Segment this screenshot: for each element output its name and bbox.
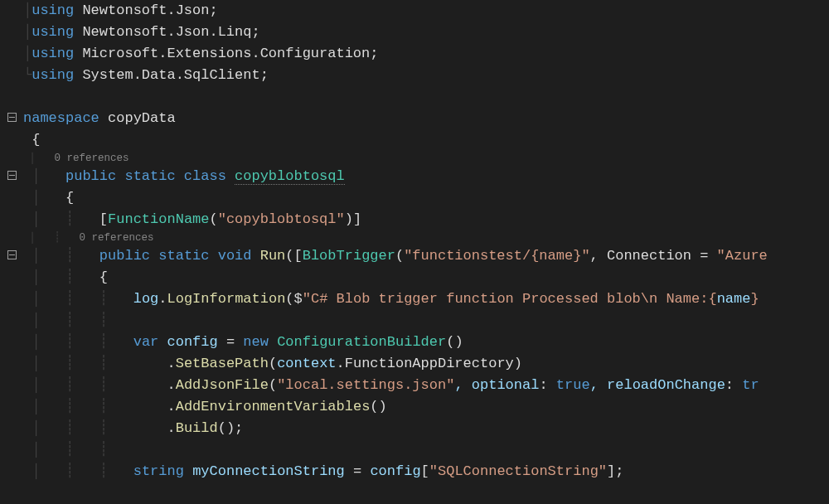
code-line[interactable]: │ ┊ ┊ .SetBasePath(context.FunctionAppDi… (0, 353, 829, 375)
dot: . (158, 291, 167, 307)
using-target: Microsoft.Extensions.Configuration; (74, 46, 378, 61)
method-call: AddJsonFile (176, 377, 269, 393)
codelens-references[interactable]: │ ┊ 0 references (0, 230, 829, 245)
method-call: Build (176, 420, 218, 436)
class-name: copyblobtosql (235, 168, 345, 185)
gutter[interactable] (0, 108, 23, 129)
brace: { (99, 269, 108, 285)
codelens-references[interactable]: │ 0 references (0, 151, 829, 166)
code-line[interactable]: │ ┊ { (0, 267, 829, 288)
code-line[interactable]: │ ┊ ┊ .AddJsonFile("local.settings.json"… (0, 375, 829, 396)
keyword-string: string (133, 463, 184, 479)
string-literal: "Azure (717, 248, 768, 264)
param: , Connection = (590, 248, 717, 264)
keyword-namespace: namespace (23, 110, 99, 126)
keyword-true: tr (742, 377, 759, 393)
method-modifiers: public static void (99, 248, 260, 264)
code-line[interactable]: │ ┊ ┊ .Build(); (0, 418, 829, 439)
code-line[interactable]: namespace copyData (0, 108, 829, 129)
property: FunctionAppDirectory (345, 356, 514, 371)
method-call: AddEnvironmentVariables (176, 399, 371, 414)
keyword-using: using (32, 46, 74, 61)
code-line[interactable]: │ ┊ ┊ string myConnectionString = config… (0, 461, 829, 482)
gutter[interactable] (0, 245, 23, 267)
code-line[interactable]: │ { (0, 187, 829, 209)
named-param: , optional (454, 377, 539, 393)
code-line[interactable]: │ ┊ public static void Run([BlobTrigger(… (0, 245, 829, 267)
string-literal: "local.settings.json" (277, 377, 454, 393)
string-literal: } (750, 291, 767, 307)
string-literal: "SQLConnectionString" (429, 463, 607, 479)
code-line[interactable]: │ ┊ ┊ var config = new ConfigurationBuil… (0, 332, 829, 353)
variable: config (167, 334, 218, 350)
attr-bracket: )] (345, 211, 361, 227)
method-call: LogInformation (167, 291, 286, 307)
keyword-new: new (243, 334, 269, 350)
code-line[interactable]: { (0, 129, 829, 151)
fold-toggle-icon[interactable] (7, 250, 17, 259)
code-line[interactable]: │using Microsoft.Extensions.Configuratio… (0, 43, 829, 65)
code-line[interactable]: │using Newtonsoft.Json; (0, 0, 829, 22)
references-count[interactable]: 0 references (55, 153, 129, 164)
method-call: SetBasePath (176, 356, 269, 371)
fold-toggle-icon[interactable] (7, 171, 17, 180)
string-literal: "functionstest/{name}" (404, 248, 589, 264)
gutter[interactable] (0, 166, 23, 187)
brace: { (65, 190, 74, 206)
type-name: ConfigurationBuilder (277, 334, 446, 350)
variable: config (370, 463, 420, 479)
named-param: , reloadOnChange (590, 377, 725, 393)
interpolated-var: name (717, 291, 751, 307)
code-line[interactable] (0, 86, 829, 108)
code-line[interactable]: │using Newtonsoft.Json.Linq; (0, 22, 829, 43)
variable: myConnectionString (192, 463, 345, 479)
code-line[interactable]: └using System.Data.SqlClient; (0, 65, 829, 86)
code-line[interactable]: │ ┊ ┊ (0, 310, 829, 332)
fold-toggle-icon[interactable] (7, 113, 17, 122)
paren: ( (395, 248, 404, 264)
paren: ( (209, 211, 217, 227)
code-line[interactable]: │ ┊ [FunctionName("copyblobtosql")] (0, 209, 829, 230)
string-literal: "C# Blob trigger function Processed blob… (303, 291, 717, 307)
keyword-using: using (32, 67, 74, 83)
attribute-name: FunctionName (108, 211, 209, 227)
code-line[interactable]: │ ┊ ┊ log.LogInformation($"C# Blob trigg… (0, 288, 829, 310)
using-target: System.Data.SqlClient; (74, 67, 269, 83)
keyword-var: var (133, 334, 159, 350)
class-modifiers: public static class (65, 168, 235, 184)
using-target: Newtonsoft.Json.Linq; (74, 24, 259, 40)
code-line[interactable]: │ public static class copyblobtosql (0, 166, 829, 187)
brace: { (32, 132, 40, 148)
keyword-using: using (32, 24, 74, 40)
keyword-using: using (32, 2, 74, 18)
code-line[interactable]: │ ┊ ┊ (0, 439, 829, 461)
paren: ([ (285, 248, 302, 264)
references-count[interactable]: 0 references (80, 232, 154, 244)
variable: log (133, 291, 159, 307)
attr-bracket: [ (99, 211, 108, 227)
keyword-true: true (556, 377, 590, 393)
paren: () (446, 334, 463, 350)
code-editor[interactable]: │using Newtonsoft.Json; │using Newtonsof… (0, 0, 829, 482)
paren: ($ (285, 291, 302, 307)
namespace-name: copyData (99, 110, 176, 126)
using-target: Newtonsoft.Json; (74, 2, 217, 18)
method-name: Run (260, 248, 286, 264)
string-literal: "copyblobtosql" (218, 211, 345, 227)
variable: context (277, 356, 336, 371)
attribute-name: BlobTrigger (303, 248, 395, 264)
code-line[interactable]: │ ┊ ┊ .AddEnvironmentVariables() (0, 396, 829, 418)
